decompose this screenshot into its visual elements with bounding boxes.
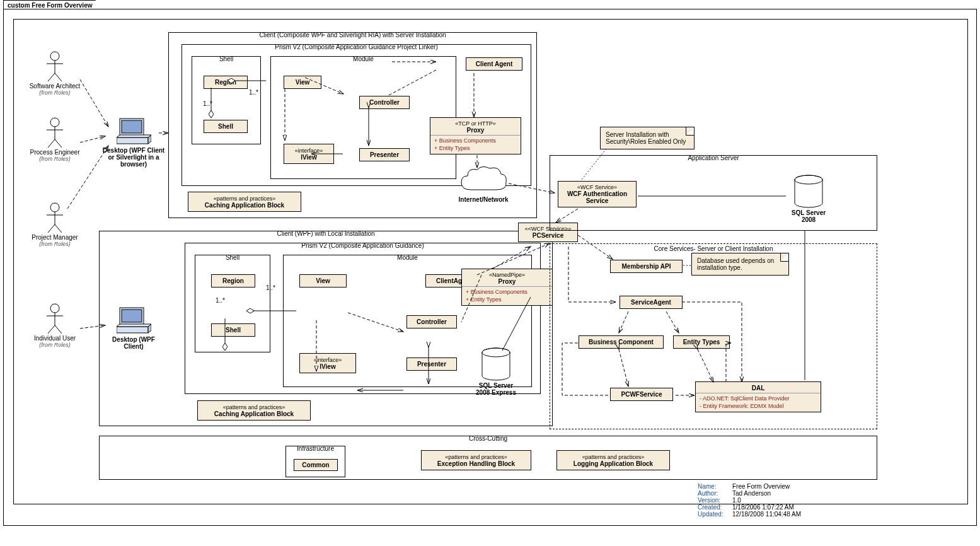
svg-line-4 [55,73,62,81]
actor-process-engineer: Process Engineer (from Roles) [23,117,86,162]
svg-rect-21 [122,120,142,133]
actor-from: (from Roles) [23,156,86,162]
pcwf-block: PCWFService [610,388,673,401]
module-container-title: Module [353,55,374,62]
view-block: View [284,76,321,89]
module-container: Module View Controller «interface»IView … [270,56,456,179]
membership-block: Membership API [610,260,683,273]
shell-block: Shell [204,120,248,133]
infrastructure-box: Infrastructure Common [285,446,345,477]
caching-block: «patterns and practices»Caching Applicat… [188,192,301,212]
core-services-title: Core Services- Server or Client Installa… [654,245,773,252]
presenter-block: Presenter [406,357,457,371]
infrastructure-title: Infrastructure [297,445,334,452]
entity-types-block: Entity Types [673,335,730,349]
region-block: Region [211,274,255,288]
module-container-title: Module [397,254,418,261]
client-local-box: Client (WPF) with Local Installation Pri… [99,231,553,426]
shell-container-title: Shell [226,254,239,261]
shell-block: Shell [211,323,255,337]
actor-from: (from Roles) [23,90,86,96]
prism-linker-title: Prism V2 (Composite Application Guidance… [275,44,437,50]
presenter-block: Presenter [359,148,410,161]
business-component-block: Business Component [579,335,664,349]
desktop-label: Desktop (WPF Client or Silverlight in a … [102,147,165,168]
view-block: View [299,274,347,288]
actor-individual-user: Individual User (from Roles) [23,303,86,348]
note-server-install: Server Installation with Security\Roles … [600,127,695,149]
svg-rect-22 [117,137,148,144]
diagram-metadata: Name:Free Form Overview Author:Tad Ander… [698,483,801,518]
multiplicity-label: 1..* [266,284,275,291]
common-block: Common [294,459,338,471]
svg-line-13 [48,224,55,233]
dal-block: DAL - ADO.NET: SqlClient Data Provider- … [695,381,821,412]
logging-block: «patterns and practices»Logging Applicat… [556,450,670,470]
cloud-label: Internet/Network [449,196,518,203]
sql-express-cylinder: SQL Server 2008 Express [474,347,518,396]
actor-label: Project Manager [23,234,86,241]
proxy-tcp-block: «TCP or HTTP»Proxy + Business Components… [430,117,521,154]
svg-line-3 [48,73,55,81]
main-frame: Software Architect (from Roles) Process … [13,19,968,504]
cross-cutting-box: Cross-Cutting Infrastructure Common «pat… [99,436,877,480]
svg-line-18 [48,325,55,334]
sql-2008-label: SQL Server 2008 [787,209,831,223]
prism-guidance-title: Prism V2 (Composite Application Guidance… [301,242,424,249]
controller-block: Controller [359,96,410,109]
svg-point-5 [50,118,59,127]
iview-block: «interface»IView [299,353,356,373]
svg-point-0 [50,52,59,61]
svg-point-10 [50,203,59,212]
note-database: Database used depends on installation ty… [691,253,789,276]
shell-container: Shell Region Shell [192,56,261,144]
actor-project-manager: Project Manager (from Roles) [23,202,86,247]
client-ria-title: Client (Composite WPF and Silverlight RI… [259,32,446,38]
actor-label: Process Engineer [23,149,86,156]
wcf-auth-block: «WCF Service»WCF Authentication Service [558,181,637,207]
exception-block: «patterns and practices»Exception Handli… [421,450,531,470]
application-server-title: Application Server [688,154,739,161]
actor-from: (from Roles) [23,241,86,247]
actor-label: Individual User [23,335,86,342]
iview-block: «interface»IView [284,144,334,164]
outer-frame: Software Architect (from Roles) Process … [3,9,977,526]
internet-cloud: Internet/Network [449,165,518,203]
actor-software-architect: Software Architect (from Roles) [23,51,86,96]
serviceagent-block: ServiceAgent [620,296,683,309]
client-local-title: Client (WPF) with Local Installation [277,230,374,237]
shell-container-title: Shell [219,55,233,62]
actor-label: Software Architect [23,83,86,90]
desktop-wpf-or-silverlight: Desktop (WPF Client or Silverlight in a … [102,117,165,168]
caching-block-2: «patterns and practices»Caching Applicat… [197,400,311,421]
region-block: Region [204,76,248,89]
cross-cutting-title: Cross-Cutting [469,435,507,442]
svg-line-19 [55,325,62,334]
svg-line-8 [48,139,55,148]
shell-container-2: Shell Region Shell [195,255,270,352]
sql-2008-cylinder: SQL Server 2008 [787,175,831,223]
svg-line-14 [55,224,62,233]
proxy-namedpipe-block: «NamedPipe»Proxy + Business Components+ … [461,269,553,306]
multiplicity-label: 1..* [203,100,212,107]
controller-block: Controller [406,315,457,328]
client-agent-block: Client Agent [466,57,522,71]
application-server-box: Application Server «WCF Service»WCF Auth… [550,155,877,231]
sql-express-label: SQL Server 2008 Express [474,382,518,396]
svg-line-9 [55,139,62,148]
actor-from: (from Roles) [23,342,86,348]
multiplicity-label: 1..* [216,297,225,304]
multiplicity-label: 1..* [249,89,258,96]
svg-point-15 [50,304,59,313]
